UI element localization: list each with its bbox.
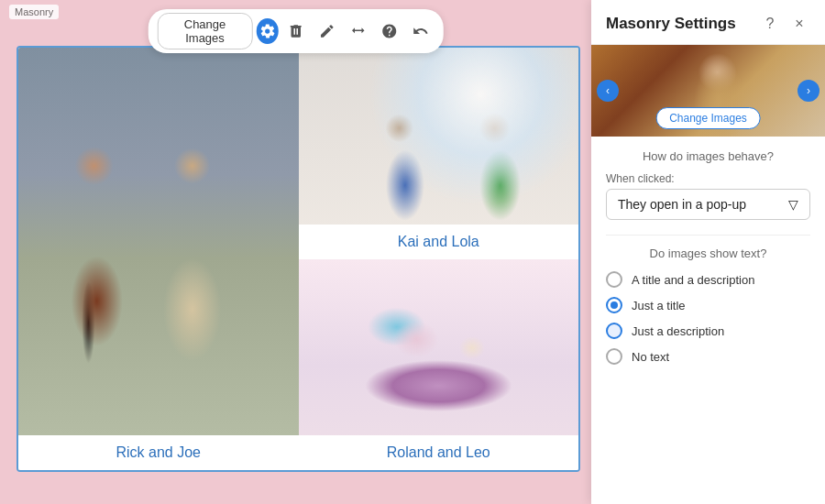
preview-next-button[interactable]: › bbox=[798, 80, 820, 102]
pencil-button[interactable] bbox=[314, 19, 341, 43]
dropdown-arrow-icon: ▽ bbox=[788, 197, 798, 212]
settings-divider bbox=[606, 235, 810, 236]
roland-leo-label: Roland and Leo bbox=[299, 435, 579, 470]
preview-change-images-button[interactable]: Change Images bbox=[655, 107, 761, 129]
settings-preview: ‹ › Change Images bbox=[591, 45, 825, 137]
settings-panel: Masonry Settings ? × ‹ › Change Images H… bbox=[591, 0, 825, 504]
undo-icon bbox=[412, 23, 429, 39]
radio-circle-just-desc bbox=[606, 323, 622, 339]
grid-cell-rick-joe[interactable]: Rick and Joe bbox=[18, 48, 299, 470]
delete-button[interactable] bbox=[282, 19, 310, 43]
help-icon bbox=[381, 23, 398, 39]
radio-item-no-text[interactable]: No text bbox=[606, 348, 810, 365]
text-options-group: A title and a description Just a title J… bbox=[606, 271, 810, 365]
rick-joe-label: Rick and Joe bbox=[18, 435, 299, 470]
radio-item-just-desc[interactable]: Just a description bbox=[606, 323, 810, 339]
masonry-label: Masonry bbox=[9, 5, 59, 19]
settings-close-button[interactable]: × bbox=[788, 13, 810, 35]
when-clicked-label: When clicked: bbox=[606, 172, 810, 185]
trash-icon bbox=[288, 23, 304, 39]
grid-cell-roland-leo[interactable]: Roland and Leo bbox=[299, 259, 579, 471]
pencil-icon bbox=[319, 23, 336, 39]
radio-item-just-title[interactable]: Just a title bbox=[606, 297, 810, 313]
gear-icon bbox=[259, 23, 276, 39]
preview-prev-button[interactable]: ‹ bbox=[597, 80, 619, 102]
gear-button[interactable] bbox=[257, 18, 279, 44]
behavior-question: How do images behave? bbox=[606, 149, 810, 163]
resize-button[interactable] bbox=[345, 19, 372, 43]
kai-lola-label: Kai and Lola bbox=[299, 225, 579, 259]
arrows-icon bbox=[350, 23, 367, 39]
grid-cell-kai-lola[interactable]: Kai and Lola bbox=[299, 48, 579, 259]
settings-header: Masonry Settings ? × bbox=[591, 0, 825, 45]
radio-circle-just-title bbox=[606, 297, 622, 313]
toolbar: Change Images bbox=[148, 9, 444, 53]
settings-body: How do images behave? When clicked: They… bbox=[591, 137, 825, 504]
masonry-grid: Rick and Joe Kai and Lola Roland and Leo bbox=[16, 46, 580, 472]
radio-item-title-and-desc[interactable]: A title and a description bbox=[606, 271, 810, 288]
text-question: Do images show text? bbox=[606, 247, 810, 260]
settings-header-actions: ? × bbox=[759, 13, 810, 35]
change-images-button[interactable]: Change Images bbox=[157, 13, 253, 49]
radio-circle-no-text bbox=[606, 348, 622, 365]
undo-button[interactable] bbox=[407, 19, 434, 43]
when-clicked-dropdown[interactable]: They open in a pop-up ▽ bbox=[606, 189, 810, 220]
canvas-area: Masonry Change Images bbox=[0, 0, 591, 504]
settings-help-button[interactable]: ? bbox=[759, 13, 781, 35]
help-button[interactable] bbox=[376, 19, 403, 43]
settings-title: Masonry Settings bbox=[606, 15, 736, 33]
radio-circle-title-and-desc bbox=[606, 271, 622, 288]
